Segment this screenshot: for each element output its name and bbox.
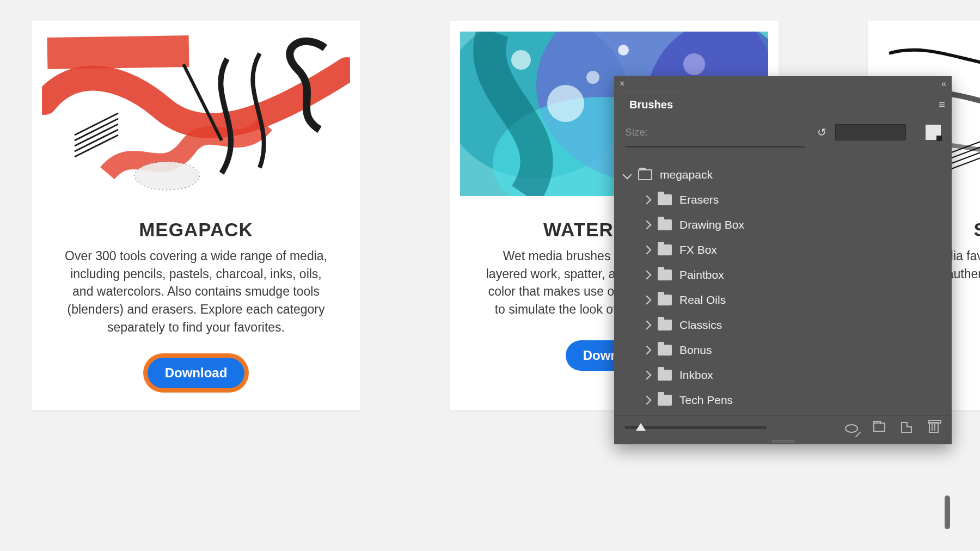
folder-label: Bonus — [679, 344, 712, 357]
new-group-icon[interactable] — [872, 420, 886, 434]
folder-paintbox[interactable]: Paintbox — [614, 262, 952, 287]
scrollbar-thumb[interactable] — [945, 495, 950, 529]
chevron-right-icon — [642, 396, 652, 405]
panel-topbar: × « — [614, 76, 952, 91]
svg-point-9 — [618, 45, 629, 56]
new-brush-icon[interactable] — [899, 420, 914, 434]
folder-erasers[interactable]: Erasers — [614, 187, 952, 212]
folder-icon — [658, 194, 672, 205]
card-megapack: MEGAPACK Over 300 tools covering a wide … — [32, 21, 360, 410]
chevron-right-icon — [642, 371, 652, 380]
folder-label: Drawing Box — [679, 218, 744, 231]
svg-point-10 — [586, 71, 599, 84]
size-slider[interactable] — [625, 146, 805, 148]
thumbnail-size-slider[interactable] — [625, 426, 767, 429]
delete-icon[interactable] — [927, 420, 941, 434]
size-input[interactable] — [835, 124, 906, 140]
folder-label: Inkbox — [679, 369, 713, 382]
tab-brushes[interactable]: Brushes — [620, 93, 683, 117]
megapack-artwork — [42, 32, 350, 196]
svg-point-11 — [683, 53, 705, 75]
folder-inkbox[interactable]: Inkbox — [614, 363, 952, 388]
brush-preview-icon[interactable] — [926, 125, 941, 140]
folder-icon — [658, 370, 672, 381]
collapse-icon[interactable]: « — [941, 79, 946, 89]
megapack-desc: Over 300 tools covering a wide range of … — [32, 241, 360, 336]
folder-fx-box[interactable]: FX Box — [614, 237, 952, 262]
folder-icon — [658, 219, 672, 230]
chevron-right-icon — [642, 296, 652, 305]
chevron-right-icon — [642, 346, 652, 355]
folder-icon — [658, 244, 672, 255]
folder-tech-pens[interactable]: Tech Pens — [614, 388, 952, 413]
brushes-panel: × « Brushes ≡ Size: ↺ megapack Erasers D… — [614, 76, 952, 444]
folder-real-oils[interactable]: Real Oils — [614, 287, 952, 313]
chevron-down-icon — [623, 170, 632, 180]
panel-tabs: Brushes ≡ — [614, 91, 952, 117]
megapack-title: MEGAPACK — [32, 219, 360, 241]
size-row: Size: ↺ — [614, 117, 952, 144]
folder-drawing-box[interactable]: Drawing Box — [614, 212, 952, 237]
brush-tree: megapack Erasers Drawing Box FX Box Pain… — [614, 158, 952, 415]
folder-label: Real Oils — [679, 293, 726, 307]
svg-point-8 — [511, 50, 531, 70]
close-icon[interactable]: × — [620, 79, 624, 89]
download-button-megapack[interactable]: Download — [148, 358, 245, 388]
reset-size-icon[interactable]: ↺ — [817, 126, 826, 139]
folder-label: Classics — [679, 319, 722, 332]
size-label: Size: — [625, 126, 654, 138]
panel-menu-icon[interactable]: ≡ — [932, 93, 952, 117]
chevron-right-icon — [642, 195, 652, 205]
folder-label: FX Box — [679, 243, 717, 256]
folder-label: megapack — [660, 168, 713, 181]
folder-megapack[interactable]: megapack — [614, 162, 952, 187]
folder-icon — [638, 169, 652, 180]
folder-classics[interactable]: Classics — [614, 313, 952, 338]
svg-point-7 — [547, 85, 584, 122]
folder-icon — [658, 320, 672, 330]
folder-icon — [658, 395, 672, 406]
folder-label: Erasers — [679, 193, 719, 206]
toggle-preview-icon[interactable] — [845, 420, 859, 434]
folder-label: Paintbox — [679, 268, 724, 281]
folder-icon — [658, 270, 672, 280]
folder-icon — [658, 345, 672, 356]
folder-icon — [658, 295, 672, 305]
folder-bonus[interactable]: Bonus — [614, 338, 952, 363]
folder-label: Tech Pens — [679, 394, 733, 407]
chevron-right-icon — [642, 221, 652, 230]
chevron-right-icon — [642, 271, 652, 280]
panel-bottom — [614, 415, 952, 439]
chevron-right-icon — [642, 246, 652, 255]
chevron-right-icon — [642, 321, 652, 330]
resize-handle[interactable] — [614, 439, 952, 444]
